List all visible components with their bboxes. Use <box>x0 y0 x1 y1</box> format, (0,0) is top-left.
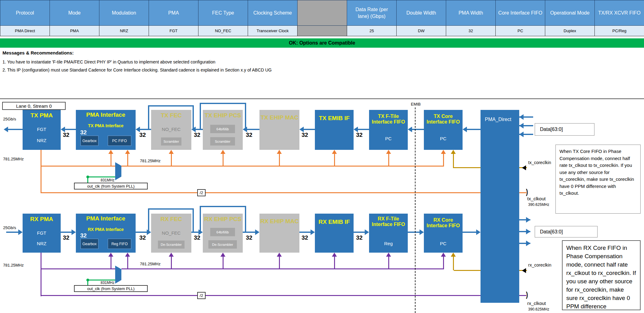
tx-clock-stub <box>127 153 128 166</box>
tx-clock-stub <box>279 153 280 166</box>
tx-coreclkin-arrow-up <box>451 150 456 154</box>
tx-fec-block: TX FEC NO_FEC Scrambler <box>151 110 191 150</box>
cell-core-interface-fifo[interactable]: PC <box>496 26 545 36</box>
rx-bus-width: 32 <box>139 234 146 241</box>
rx-bus-width: 32 <box>246 234 252 241</box>
rx-clock-vertical <box>41 253 41 296</box>
cell-operational-mode[interactable]: Duplex <box>545 26 595 36</box>
tx-div2-box: /2 <box>197 189 206 196</box>
rx-clock-arrow-up <box>441 253 446 257</box>
rx-fec-mode: NO_FEC <box>151 230 191 236</box>
rx-div2-box: /2 <box>197 292 206 299</box>
rx-ehip-mac-title: RX EHIP MAC <box>259 218 299 224</box>
rx-pma-interface-width: 32 <box>80 232 87 239</box>
cell-txrx-xcvr-fifo[interactable]: PC/Reg <box>595 26 644 36</box>
tx-bypass-line <box>148 105 194 107</box>
rx-ehip-pcs-block: RX EHIP PCS 64b/66b De-Scrambler <box>203 214 243 253</box>
tx-ehip-mac-block: TX EHIP MAC <box>259 110 299 150</box>
cell-mode[interactable]: PMA <box>50 26 99 36</box>
tx-ehip-pcs-block: TX EHIP PCS 64b/66b Scrambler <box>203 110 243 150</box>
tx-freq-label-mid: 781.25MHz <box>140 159 160 163</box>
rx-pma-interface-block: PMA Interface RX PMA Interface 32 Gearbo… <box>76 214 136 253</box>
cell-clocking-scheme[interactable]: Transceiver Clock <box>248 26 298 36</box>
tx-pma-interface-block: PMA Interface TX PMA Interface 32 Gearbo… <box>76 110 136 150</box>
rx-bypass-line <box>148 208 149 232</box>
config-table: Protocol Mode Modulation PMA FEC Type Cl… <box>0 0 644 36</box>
cell-protocol[interactable]: PMA Direct <box>0 26 50 36</box>
cell-fec-type[interactable]: NO_FEC <box>198 26 248 36</box>
pma-direct-block: PMA_Direct <box>481 110 519 303</box>
tx-ftile-fifo-block: TX F-Tile Interface FIFO PC <box>369 110 408 150</box>
tx-clock-stub <box>334 153 335 166</box>
rx-data-arrow <box>365 229 369 235</box>
cell-double-width[interactable]: DW <box>397 26 446 36</box>
rx-clock-stub <box>443 256 444 269</box>
tx-pc-fifo-subblock: PC FIFO <box>108 136 131 146</box>
emib-boundary-line <box>415 107 416 313</box>
tx-pma-title: TX PMA <box>23 112 61 119</box>
tx-bypass-line <box>148 105 149 129</box>
rx-pma-title: RX PMA <box>23 216 61 222</box>
cell-pma-width[interactable]: 32 <box>446 26 496 36</box>
rx-core-fifo-title: RX Core Interface FIFO <box>424 217 463 228</box>
status-banner: OK: Options are Compatible <box>0 38 644 48</box>
rx-clock-arrow-up <box>220 253 225 257</box>
rx-clkout-freq-label: 390.625MHz <box>528 307 549 311</box>
rx-gearbox-subblock: Gearbox <box>80 239 98 249</box>
rx-freq-label-left: 781.25MHz <box>3 263 24 267</box>
tx-fec-mode: NO_FEC <box>151 127 191 132</box>
tx-pcs-scrambler-subblock: Scrambler <box>210 137 235 146</box>
rx-clock-stub <box>111 256 111 269</box>
rx-fec-block: RX FEC NO_FEC De-Scrambler <box>151 214 191 253</box>
tx-clock-stub <box>223 153 224 166</box>
tx-bus-width: 32 <box>139 132 146 138</box>
tx-clock-arrow-up <box>277 150 282 154</box>
tx-pmadirect-arrow <box>519 123 524 128</box>
cell-modulation[interactable]: NRZ <box>99 26 149 36</box>
header-double-width: Double Width <box>397 0 446 26</box>
tx-bus-width: 32 <box>356 132 363 138</box>
rx-pma-interface-title: PMA Interface <box>76 215 136 222</box>
tx-fec-title: TX FEC <box>151 112 191 119</box>
rx-rate-label: 25Gb/s <box>3 225 16 230</box>
cell-data-rate[interactable]: 25 <box>347 26 397 36</box>
rx-data-segment <box>463 232 476 233</box>
tx-64b66b-subblock: 64b/66b <box>210 125 235 133</box>
rx-data-arrow <box>420 229 424 235</box>
rx-clkout-line <box>41 295 526 296</box>
rx-bypass-line <box>193 208 194 232</box>
tx-clkout-line <box>41 192 526 193</box>
cell-pma[interactable]: FGT <box>149 26 198 36</box>
tx-freq-label-left: 781.25MHz <box>3 157 24 161</box>
tx-pmadirect-arrow <box>519 114 524 120</box>
section-divider <box>0 98 644 99</box>
tx-gearbox-subblock: Gearbox <box>80 136 98 146</box>
header-modulation: Modulation <box>99 0 149 26</box>
rx-note-box: When RX Core FIFO in Phase Compensation … <box>562 240 641 310</box>
rx-coreclkin-arrow-in <box>522 268 526 273</box>
tx-core-fifo-mode: PC <box>424 136 463 141</box>
rx-pma-line1: FGT <box>23 230 61 236</box>
emib-label: EMIB <box>411 102 421 107</box>
tx-pma-line2: NRZ <box>23 138 61 143</box>
tx-clock-vertical <box>41 150 41 193</box>
tx-data-segment <box>303 129 315 130</box>
tx-core-fifo-block: TX Core Interface FIFO PC <box>424 110 463 150</box>
rx-clock-main-left <box>41 268 116 269</box>
app-root: Protocol Mode Modulation PMA FEC Type Cl… <box>0 0 644 313</box>
rx-clock-stub <box>334 256 335 269</box>
tx-data-segment <box>466 129 481 130</box>
header-clocking-scheme: Clocking Scheme <box>248 0 298 26</box>
rx-clock-arrow-up <box>108 253 113 257</box>
rx-coreclkin-label: rx_coreclkin <box>528 263 551 267</box>
rx-data-segment <box>354 232 365 233</box>
tx-pll-clock-line <box>88 176 115 177</box>
tx-data-segment <box>195 129 203 130</box>
header-txrx-xcvr-fifo: TX/RX XCVR FIFO <box>595 0 644 26</box>
rx-ftile-fifo-mode: Reg <box>369 241 408 246</box>
rx-bus-width: 32 <box>302 234 308 241</box>
tx-clock-stub <box>388 153 389 166</box>
rx-data-arrow <box>72 229 76 235</box>
rx-fec-title: RX FEC <box>151 216 191 222</box>
rx-freq-label-mid: 781.25MHz <box>140 262 160 266</box>
